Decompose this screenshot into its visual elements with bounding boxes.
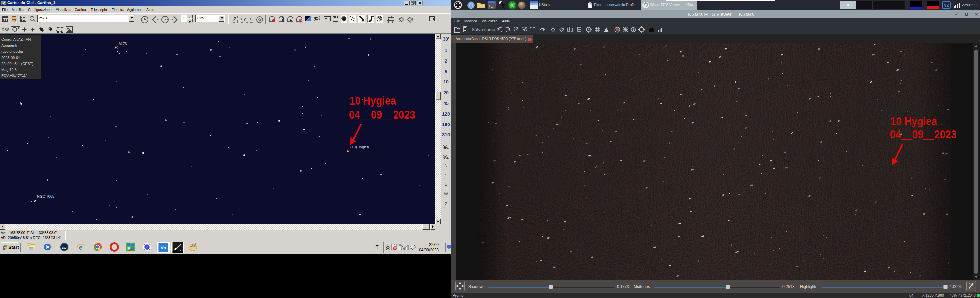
svg-text:DX: DX: [128, 248, 133, 251]
svg-text:hp: hp: [62, 246, 67, 249]
svg-text:Vn: Vn: [161, 246, 166, 250]
svg-text:e: e: [79, 242, 83, 251]
svg-text:V2: V2: [944, 3, 949, 8]
